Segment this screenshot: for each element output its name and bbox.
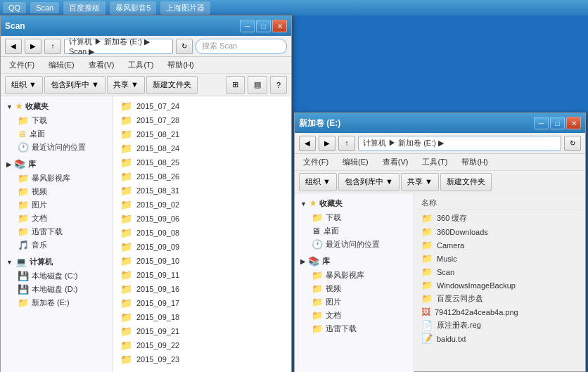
drive-refresh-button[interactable]: ↻ xyxy=(564,136,581,151)
taskbar-item-qq[interactable]: QQ xyxy=(3,2,26,13)
sidebar-item-disk-c[interactable]: 💾 本地磁盘 (C:) xyxy=(1,269,113,283)
forward-button[interactable]: ▶ xyxy=(25,39,41,54)
list-item[interactable]: 📁2015_08_26 xyxy=(116,169,288,184)
list-item[interactable]: 📁2015_09_16 xyxy=(116,282,288,296)
taskbar-item-img[interactable]: 上海图片器 xyxy=(160,1,210,15)
menu-file[interactable]: 文件(F) xyxy=(5,58,39,72)
list-item[interactable]: 📁2015_09_02 xyxy=(116,198,288,212)
favorites-star-icon: ★ xyxy=(15,102,23,111)
list-item[interactable]: 📁360 缓存 xyxy=(417,212,582,225)
list-item[interactable]: 📁WindowsImageBackup xyxy=(417,278,582,292)
sidebar-item-disk-d[interactable]: 💾 本地磁盘 (D:) xyxy=(1,283,113,296)
address-path[interactable]: 计算机 ▶ 新加卷 (E:) ▶ Scan ▶ xyxy=(64,39,173,54)
drive-address-path[interactable]: 计算机 ▶ 新加卷 (E:) ▶ xyxy=(358,136,561,151)
drive-up-button[interactable]: ↑ xyxy=(338,136,355,151)
list-item[interactable]: 📁2015_09_21 xyxy=(116,324,288,338)
list-item[interactable]: 📁Camera xyxy=(417,238,582,252)
sidebar-item-documents[interactable]: 📁 文档 xyxy=(1,212,113,225)
list-item[interactable]: 📁2015_07_28 xyxy=(116,113,288,127)
sidebar-item-pictures[interactable]: 📁 图片 xyxy=(1,198,113,212)
view-toggle-button[interactable]: ⊞ xyxy=(226,76,245,94)
view-details-button[interactable]: ▤ xyxy=(248,76,267,94)
computer-header[interactable]: ▼ 💻 计算机 xyxy=(1,255,113,269)
drive-menu-view[interactable]: 查看(V) xyxy=(378,155,413,169)
drive-sidebar-pictures[interactable]: 📁 图片 xyxy=(295,295,414,309)
sidebar-item-desktop[interactable]: 🖥 桌面 xyxy=(1,127,113,141)
list-item[interactable]: 📁2015_09_22 xyxy=(116,338,288,352)
drive-forward-button[interactable]: ▶ xyxy=(319,136,335,151)
sidebar-item-music[interactable]: 🎵 音乐 xyxy=(1,238,113,252)
list-item[interactable]: 📁2015_09_08 xyxy=(116,226,288,240)
drive-menu-edit[interactable]: 编辑(E) xyxy=(338,155,373,169)
drive-favorites-header[interactable]: ▼ ★ 收藏夹 xyxy=(295,196,414,211)
menu-help[interactable]: 帮助(H) xyxy=(163,58,198,72)
list-item[interactable]: 📁2015_09_06 xyxy=(116,212,288,226)
list-item[interactable]: 📁2015_09_18 xyxy=(116,310,288,324)
drive-sidebar-desktop[interactable]: 🖥 桌面 xyxy=(295,224,414,238)
sidebar-item-downloads[interactable]: 📁 下载 xyxy=(1,114,113,127)
drive-include-library-button[interactable]: 包含到库中 ▼ xyxy=(338,173,400,191)
list-item[interactable]: 📁360Downloads xyxy=(417,225,582,238)
drive-library-header[interactable]: ▶ 📚 库 xyxy=(295,254,414,269)
list-item[interactable]: 📁Scan xyxy=(417,265,582,278)
list-item[interactable]: 📁2015_08_24 xyxy=(116,141,288,155)
list-item[interactable]: 🖼79412b42a4ceab4a.png xyxy=(417,305,582,319)
drive-close-button[interactable]: ✕ xyxy=(566,117,581,129)
help-icon-button[interactable]: ? xyxy=(270,76,287,94)
drive-menu-help[interactable]: 帮助(H) xyxy=(457,155,492,169)
maximize-button[interactable]: □ xyxy=(256,20,271,32)
drive-sidebar-downloads[interactable]: 📁 下载 xyxy=(295,211,414,224)
taskbar-item-scan[interactable]: Scan xyxy=(30,2,59,13)
sidebar-item-thunder[interactable]: 📁 迅雷下载 xyxy=(1,225,113,238)
menu-tools[interactable]: 工具(T) xyxy=(124,58,158,72)
taskbar-item-storm[interactable]: 暴风影音5 xyxy=(110,1,156,15)
organize-button[interactable]: 组织 ▼ xyxy=(5,76,43,94)
list-item[interactable]: 📁2015_09_17 xyxy=(116,296,288,310)
drive-lib-arrow: ▶ xyxy=(300,258,305,265)
sidebar-item-recent[interactable]: 🕐 最近访问的位置 xyxy=(1,141,113,154)
drive-maximize-button[interactable]: □ xyxy=(550,117,565,129)
list-item[interactable]: 📁2015_07_24 xyxy=(116,99,288,113)
list-item[interactable]: 📁2015_08_25 xyxy=(116,155,288,169)
drive-menu-tools[interactable]: 工具(T) xyxy=(418,155,452,169)
list-item[interactable]: 📁2015_09_09 xyxy=(116,240,288,254)
list-item[interactable]: 📁2015_09_10 xyxy=(116,254,288,268)
up-button[interactable]: ↑ xyxy=(44,39,61,54)
drive-sidebar-documents[interactable]: 📁 文档 xyxy=(295,309,414,322)
sidebar-item-disk-e[interactable]: 📁 新加卷 (E:) xyxy=(1,296,113,309)
sidebar-item-storm[interactable]: 📁 暴风影视库 xyxy=(1,172,113,185)
taskbar-item-baidu[interactable]: 百度搜板 xyxy=(63,1,106,15)
menu-view[interactable]: 查看(V) xyxy=(84,58,119,72)
list-item[interactable]: 📁Music xyxy=(417,252,582,265)
scan-file-list: 📁2015_07_24 📁2015_07_28 📁2015_08_21 📁201… xyxy=(113,96,291,372)
refresh-button[interactable]: ↻ xyxy=(176,39,193,54)
search-box[interactable]: 搜索 Scan xyxy=(196,39,287,54)
list-item[interactable]: 📄原注册表.reg xyxy=(417,319,582,332)
library-header[interactable]: ▶ 📚 库 xyxy=(1,157,113,172)
list-item[interactable]: 📁2015_08_31 xyxy=(116,184,288,198)
list-item[interactable]: 📁百度云同步盘 xyxy=(417,292,582,305)
menu-edit[interactable]: 编辑(E) xyxy=(44,58,79,72)
list-item[interactable]: 📝baidu.txt xyxy=(417,332,582,345)
list-item[interactable]: 📁2015_08_21 xyxy=(116,127,288,141)
drive-back-button[interactable]: ◀ xyxy=(299,136,316,151)
new-folder-button[interactable]: 新建文件夹 xyxy=(146,76,198,94)
share-button[interactable]: 共享 ▼ xyxy=(107,76,145,94)
drive-organize-button[interactable]: 组织 ▼ xyxy=(299,173,337,191)
drive-sidebar-video[interactable]: 📁 视频 xyxy=(295,282,414,295)
minimize-button[interactable]: ─ xyxy=(240,20,255,32)
drive-sidebar-recent[interactable]: 🕐 最近访问的位置 xyxy=(295,238,414,251)
include-library-button[interactable]: 包含到库中 ▼ xyxy=(44,76,106,94)
drive-sidebar-storm[interactable]: 📁 暴风影视库 xyxy=(295,269,414,282)
drive-sidebar-thunder[interactable]: 📁 迅雷下载 xyxy=(295,322,414,335)
drive-new-folder-button[interactable]: 新建文件夹 xyxy=(440,173,492,191)
sidebar-item-video[interactable]: 📁 视频 xyxy=(1,185,113,198)
list-item[interactable]: 📁2015_09_11 xyxy=(116,268,288,282)
drive-minimize-button[interactable]: ─ xyxy=(534,117,549,129)
drive-share-button[interactable]: 共享 ▼ xyxy=(401,173,439,191)
close-button[interactable]: ✕ xyxy=(272,20,287,32)
favorites-header[interactable]: ▼ ★ 收藏夹 xyxy=(1,99,113,114)
drive-menu-file[interactable]: 文件(F) xyxy=(299,155,333,169)
list-item[interactable]: 📁2015_09_23 xyxy=(116,352,288,366)
back-button[interactable]: ◀ xyxy=(5,39,22,54)
